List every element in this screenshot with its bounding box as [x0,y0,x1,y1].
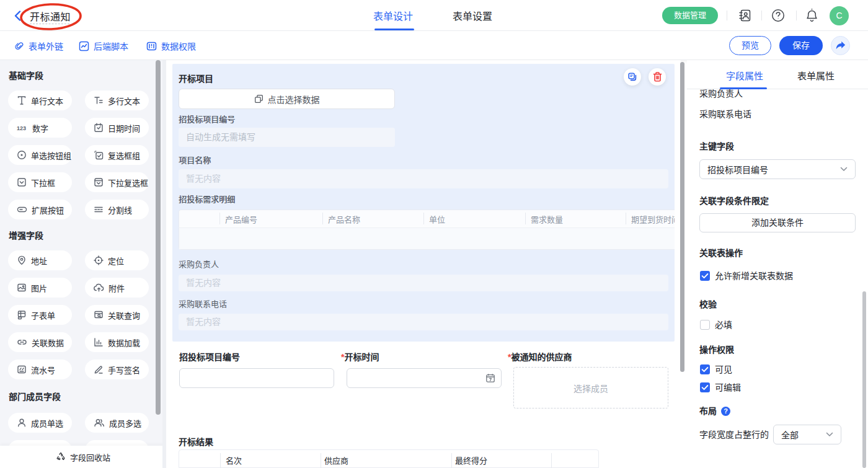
svg-text:123: 123 [17,125,26,131]
